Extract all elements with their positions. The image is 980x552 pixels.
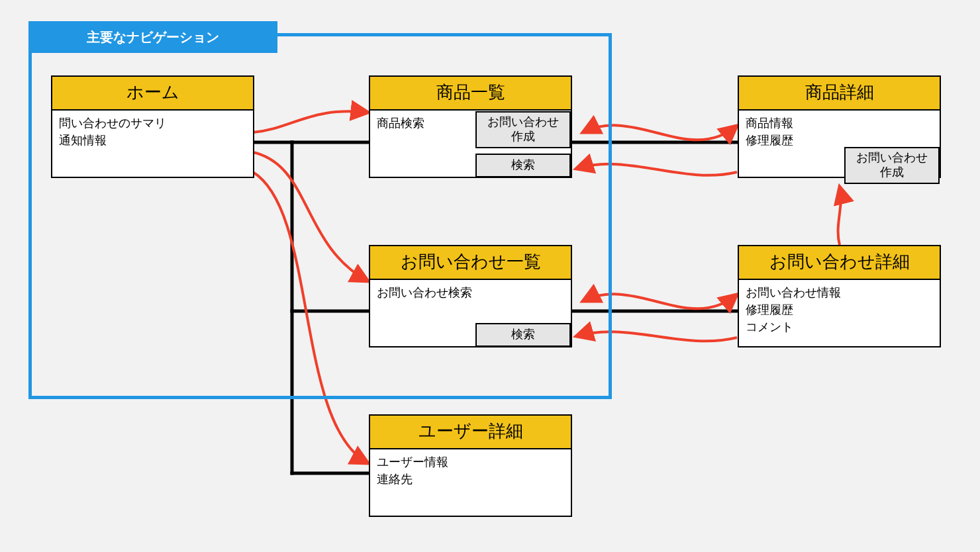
- screen-product-list-title: 商品一覧: [370, 77, 571, 111]
- screen-user-detail-line: ユーザー情報: [377, 453, 564, 471]
- chip-product-detail-create: お問い合わせ 作成: [844, 147, 940, 184]
- screen-product-detail-line: 商品情報: [746, 115, 933, 132]
- screen-inquiry-detail-line: 修理履歴: [746, 301, 933, 318]
- screen-user-detail: ユーザー詳細 ユーザー情報 連絡先: [369, 414, 572, 517]
- main-navigation-label: 主要なナビゲーション: [28, 21, 277, 53]
- chip-inquiry-list-search: 検索: [475, 323, 571, 347]
- screen-home-title: ホーム: [52, 77, 253, 111]
- screen-inquiry-list-title: お問い合わせ一覧: [370, 246, 571, 280]
- screen-inquiry-list-line: お問い合わせ検索: [377, 284, 564, 301]
- screen-user-detail-title: ユーザー詳細: [370, 416, 571, 449]
- screen-home-line: 通知情報: [59, 132, 246, 149]
- diagram-stage: { "nav_group": { "label": "主要なナビゲーション" }…: [0, 0, 980, 552]
- screen-inquiry-detail: お問い合わせ詳細 お問い合わせ情報 修理履歴 コメント: [738, 245, 941, 347]
- screen-product-detail-title: 商品詳細: [739, 77, 940, 111]
- screen-user-detail-line: 連絡先: [377, 471, 564, 488]
- screen-inquiry-detail-line: お問い合わせ情報: [746, 284, 933, 301]
- chip-product-list-create: お問い合わせ 作成: [475, 111, 571, 148]
- screen-inquiry-detail-title: お問い合わせ詳細: [739, 246, 940, 280]
- screen-home: ホーム 問い合わせのサマリ 通知情報: [51, 75, 254, 178]
- screen-inquiry-detail-line: コメント: [746, 318, 933, 336]
- chip-product-list-search: 検索: [475, 154, 571, 177]
- screen-home-line: 問い合わせのサマリ: [59, 115, 246, 132]
